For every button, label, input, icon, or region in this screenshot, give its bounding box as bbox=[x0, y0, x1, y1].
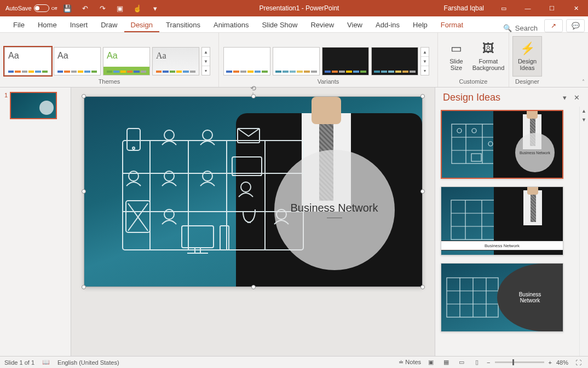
svg-rect-34 bbox=[471, 154, 481, 161]
customize-label: Customize bbox=[441, 77, 505, 87]
theme-thumb[interactable]: Aa bbox=[152, 47, 199, 75]
autosave-label: AutoSave bbox=[5, 5, 32, 11]
zoom-slider[interactable] bbox=[495, 361, 544, 363]
svg-rect-20 bbox=[182, 226, 214, 248]
tab-view[interactable]: View bbox=[341, 18, 369, 32]
pane-close-icon[interactable]: ✕ bbox=[570, 94, 583, 102]
scrollbar[interactable]: ▲▼ bbox=[579, 107, 588, 356]
selection-handle[interactable] bbox=[82, 285, 86, 289]
variant-thumb[interactable] bbox=[322, 47, 369, 75]
design-ideas-title: Design Ideas bbox=[443, 92, 558, 103]
save-icon[interactable]: 💾 bbox=[60, 1, 74, 15]
tab-format[interactable]: Format bbox=[434, 18, 470, 32]
tab-insert[interactable]: Insert bbox=[64, 18, 95, 32]
svg-rect-23 bbox=[220, 226, 229, 250]
theme-thumb[interactable]: Aa bbox=[103, 47, 150, 75]
sorter-view-icon[interactable]: ▦ bbox=[441, 358, 452, 367]
selection-handle[interactable] bbox=[251, 285, 256, 289]
collapse-ribbon-icon[interactable]: ˄ bbox=[582, 79, 585, 85]
zoom-out-button[interactable]: − bbox=[487, 359, 490, 366]
design-ideas-icon: ⚡ bbox=[520, 42, 535, 56]
tab-design[interactable]: Design bbox=[124, 18, 159, 32]
tab-help[interactable]: Help bbox=[406, 18, 434, 32]
variant-thumb[interactable] bbox=[371, 47, 418, 75]
present-from-start-icon[interactable]: ▣ bbox=[113, 1, 127, 15]
variant-thumb[interactable] bbox=[273, 47, 320, 75]
notes-button[interactable]: ≐ Notes bbox=[399, 359, 421, 366]
title-bar: AutoSave Off 💾 ↶ ↷ ▣ ☝ ▾ Presentation1 -… bbox=[0, 0, 588, 16]
idea-title: Business Network bbox=[441, 241, 563, 250]
qat-more-icon[interactable]: ▾ bbox=[148, 1, 162, 15]
design-ideas-button[interactable]: ⚡ Design Ideas bbox=[512, 36, 542, 77]
comments-button[interactable]: 💬 bbox=[566, 19, 585, 32]
touch-mode-icon[interactable]: ☝ bbox=[130, 1, 145, 15]
maximize-icon[interactable]: ☐ bbox=[540, 0, 564, 16]
search-box[interactable]: 🔍 Search bbox=[497, 24, 544, 32]
format-background-button[interactable]: 🖼 Format Background bbox=[471, 36, 505, 77]
tab-slideshow[interactable]: Slide Show bbox=[255, 18, 304, 32]
theme-thumb[interactable]: Aa bbox=[4, 47, 51, 75]
redo-icon[interactable]: ↷ bbox=[95, 1, 109, 15]
title-circle[interactable]: Business Network bbox=[274, 150, 395, 270]
undo-icon[interactable]: ↶ bbox=[78, 1, 92, 15]
svg-point-15 bbox=[164, 171, 174, 181]
tab-animations[interactable]: Animations bbox=[207, 18, 255, 32]
autosave-toggle[interactable]: AutoSave Off bbox=[5, 4, 57, 12]
svg-point-16 bbox=[203, 171, 212, 181]
slide-thumbnail[interactable]: 1 bbox=[4, 92, 66, 119]
svg-point-17 bbox=[241, 182, 251, 192]
themes-label: Themes bbox=[3, 77, 215, 87]
pane-options-icon[interactable]: ▾ bbox=[558, 94, 570, 102]
close-icon[interactable]: ✕ bbox=[564, 0, 588, 16]
user-name[interactable]: Farshad Iqbal bbox=[436, 4, 492, 12]
slide-size-button[interactable]: ▭ Slide Size bbox=[441, 36, 471, 77]
design-ideas-pane: Design Ideas ▾ ✕ Business Network Busine… bbox=[435, 87, 588, 356]
language-status[interactable]: English (United States) bbox=[57, 359, 119, 366]
designer-label: Designer bbox=[512, 77, 542, 87]
design-idea[interactable]: Business Network bbox=[441, 110, 563, 179]
tab-review[interactable]: Review bbox=[304, 18, 341, 32]
selection-handle[interactable] bbox=[420, 285, 425, 289]
autosave-state: Off bbox=[51, 6, 57, 11]
themes-group: Aa Aa Aa Aa ▲▼▾ Themes bbox=[0, 33, 219, 87]
reading-view-icon[interactable]: ▭ bbox=[456, 358, 467, 367]
svg-point-8 bbox=[203, 130, 212, 140]
selection-handle[interactable] bbox=[82, 189, 86, 194]
slide-mini-preview bbox=[10, 92, 57, 119]
slide-editor[interactable]: ⟲ bbox=[71, 87, 435, 356]
slideshow-view-icon[interactable]: ▯ bbox=[471, 358, 482, 367]
share-button[interactable]: ↗ bbox=[544, 19, 563, 32]
tab-home[interactable]: Home bbox=[31, 18, 64, 32]
fit-to-window-icon[interactable]: ⛶ bbox=[573, 358, 584, 367]
selection-handle[interactable] bbox=[82, 94, 86, 98]
tab-addins[interactable]: Add-ins bbox=[369, 18, 406, 32]
selection-handle[interactable] bbox=[420, 94, 425, 98]
slide-title: Business Network bbox=[290, 202, 378, 214]
designer-group: ⚡ Design Ideas Designer bbox=[509, 33, 545, 87]
normal-view-icon[interactable]: ▣ bbox=[425, 358, 436, 367]
selection-handle[interactable] bbox=[420, 189, 425, 194]
selection-handle[interactable] bbox=[251, 94, 256, 98]
ribbon-display-icon[interactable]: ▭ bbox=[492, 0, 516, 16]
tab-transitions[interactable]: Transitions bbox=[159, 18, 207, 32]
themes-more[interactable]: ▲▼▾ bbox=[201, 47, 210, 75]
svg-point-14 bbox=[129, 171, 139, 181]
spellcheck-icon[interactable]: 📖 bbox=[42, 359, 50, 366]
document-title: Presentation1 - PowerPoint bbox=[162, 4, 436, 12]
theme-thumb[interactable]: Aa bbox=[54, 47, 101, 75]
svg-point-7 bbox=[164, 130, 174, 140]
variants-more[interactable]: ▲▼▾ bbox=[420, 47, 429, 75]
variant-thumb[interactable] bbox=[223, 47, 270, 75]
ribbon: Aa Aa Aa Aa ▲▼▾ Themes ▲▼▾ bbox=[0, 33, 588, 87]
svg-point-31 bbox=[457, 128, 462, 133]
tab-file[interactable]: File bbox=[7, 18, 31, 32]
minimize-icon[interactable]: — bbox=[516, 0, 540, 16]
design-idea[interactable]: Business Network bbox=[441, 263, 563, 332]
zoom-in-button[interactable]: + bbox=[549, 359, 552, 366]
network-mini bbox=[446, 274, 500, 322]
slide-canvas[interactable]: Business Network bbox=[84, 96, 423, 287]
design-idea[interactable]: Business Network bbox=[441, 186, 563, 255]
tab-draw[interactable]: Draw bbox=[94, 18, 124, 32]
slide-size-icon: ▭ bbox=[451, 42, 462, 56]
zoom-level[interactable]: 48% bbox=[556, 359, 568, 366]
